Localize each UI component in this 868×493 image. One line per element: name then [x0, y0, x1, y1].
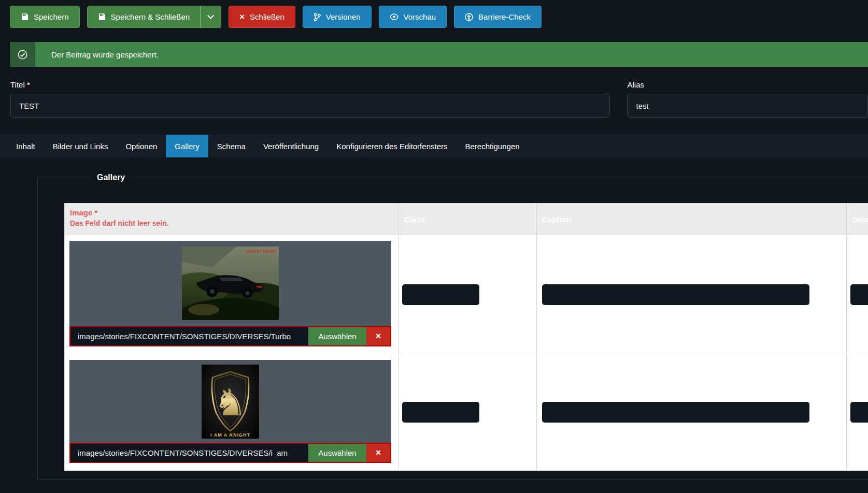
close-button-label: Schließen: [250, 12, 284, 21]
tab-veroeffentlichung[interactable]: Veröffentlichung: [254, 135, 328, 157]
branch-icon: [314, 13, 321, 21]
tab-berechtigungen[interactable]: Berechtigungen: [456, 135, 528, 157]
preview-button[interactable]: Vorschau: [379, 6, 447, 28]
versions-button[interactable]: Versionen: [303, 6, 372, 28]
select-image-button-2[interactable]: Auswählen: [308, 444, 366, 462]
class-input-2[interactable]: [402, 402, 479, 423]
knight-rider-logo-text: KNIGHT RIDER: [246, 249, 276, 254]
editor-tabs: Inhalt Bilder und Links Optionen Gallery…: [0, 135, 868, 157]
caption-input-1[interactable]: [542, 284, 809, 305]
accessibility-check-button-label: Barriere-Check: [478, 12, 531, 21]
class-input-1[interactable]: [402, 284, 479, 305]
image-path-input-1[interactable]: [70, 327, 308, 345]
table-row-2-class-cell: [399, 354, 537, 471]
remove-image-button-2[interactable]: ×: [366, 444, 390, 462]
save-close-dropdown-toggle[interactable]: [200, 6, 221, 27]
universal-access-icon: [465, 13, 473, 21]
description-input-1[interactable]: [850, 284, 868, 305]
save-button-label: Speichern: [34, 12, 69, 21]
select-image-button-1[interactable]: Auswählen: [308, 327, 366, 345]
chess-knight-glyph: ♞: [214, 381, 247, 424]
versions-button-label: Versionen: [326, 12, 361, 21]
gallery-table: Image * Das Feld darf nicht leer sein. C…: [64, 203, 868, 471]
image-path-input-2[interactable]: [70, 444, 308, 462]
title-label: Titel *: [10, 80, 610, 89]
media-field-row-2: Auswählen ×: [69, 443, 391, 463]
table-row-1-caption-cell: [537, 235, 847, 354]
save-close-button[interactable]: Speichern & Schließen: [88, 6, 201, 27]
tab-schema[interactable]: Schema: [208, 135, 254, 157]
table-row-1-description-cell: [847, 235, 868, 354]
column-header-class: Class: [399, 204, 537, 235]
tab-bilder-und-links[interactable]: Bilder und Links: [44, 135, 117, 157]
image-required-error: Das Feld darf nicht leer sein.: [70, 219, 399, 227]
tab-optionen[interactable]: Optionen: [117, 135, 166, 157]
title-field-wrapper: Titel *: [10, 80, 610, 118]
save-close-button-group: Speichern & Schließen: [87, 6, 222, 28]
save-icon: [21, 13, 29, 21]
i-am-a-knight-thumbnail: ♞ I AM A KNIGHT: [69, 360, 391, 443]
alias-field-wrapper: Alias: [627, 80, 868, 118]
save-close-button-label: Speichern & Schließen: [111, 12, 190, 21]
media-field-row-1: Auswählen ×: [69, 326, 391, 346]
table-row-1-image-cell: KNIGHT RIDER Auswählen ×: [65, 235, 399, 354]
title-alias-row: Titel * Alias: [0, 80, 868, 118]
image-column-label: Image *: [70, 208, 399, 217]
close-button[interactable]: × Schließen: [229, 6, 295, 28]
success-alert: Der Beitrag wurde gespeichert.: [10, 42, 868, 67]
save-button[interactable]: Speichern: [10, 6, 80, 28]
accessibility-check-button[interactable]: Barriere-Check: [454, 6, 542, 28]
table-row-1-class-cell: [399, 235, 537, 354]
knight-rider-car-thumbnail: KNIGHT RIDER: [69, 241, 391, 326]
close-icon: ×: [239, 12, 245, 22]
alias-input[interactable]: [627, 94, 868, 118]
table-row-2-description-cell: [847, 354, 868, 471]
table-row-2-image-cell: ♞ I AM A KNIGHT Auswählen ×: [65, 354, 399, 471]
media-preview-box: KNIGHT RIDER Auswählen ×: [69, 241, 391, 346]
table-row-2-caption-cell: [537, 354, 847, 471]
column-header-caption: Caption: [537, 204, 847, 235]
chevron-down-icon: [207, 15, 214, 19]
remove-image-button-1[interactable]: ×: [366, 327, 390, 345]
tab-gallery[interactable]: Gallery: [166, 135, 208, 157]
media-preview-box: ♞ I AM A KNIGHT Auswählen ×: [69, 360, 391, 463]
i-am-a-knight-text: I AM A KNIGHT: [210, 432, 250, 438]
column-header-image: Image * Das Feld darf nicht leer sein.: [65, 204, 399, 235]
title-input[interactable]: [10, 94, 610, 118]
description-input-2[interactable]: [850, 402, 868, 423]
alert-message: Der Beitrag wurde gespeichert.: [35, 42, 159, 67]
preview-button-label: Vorschau: [404, 12, 436, 21]
caption-input-2[interactable]: [542, 402, 809, 423]
column-header-description: Description: [847, 204, 868, 235]
gallery-fieldset: Gallery Image * Das Feld darf nicht leer…: [37, 173, 868, 480]
check-circle-icon: [10, 42, 35, 67]
save-icon: [98, 13, 106, 21]
alias-label: Alias: [627, 80, 868, 89]
eye-icon: [390, 13, 399, 20]
gallery-legend: Gallery: [91, 173, 131, 182]
tab-inhalt[interactable]: Inhalt: [7, 135, 44, 157]
toolbar: Speichern Speichern & Schließen × Schlie…: [0, 0, 868, 28]
tab-konfigurieren-des-editorfensters[interactable]: Konfigurieren des Editorfensters: [328, 135, 456, 157]
